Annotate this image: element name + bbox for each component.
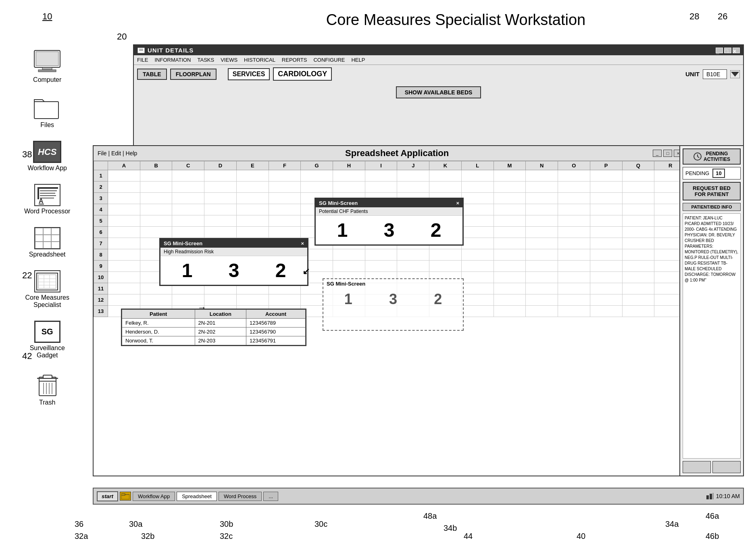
ss-maximize[interactable]: □ <box>663 150 672 157</box>
cell-5-14[interactable] <box>558 215 590 227</box>
cell-9-15[interactable] <box>590 261 622 272</box>
cell-5-15[interactable] <box>590 215 622 227</box>
cell-2-11[interactable] <box>461 182 494 193</box>
cell-4-14[interactable] <box>558 204 590 215</box>
cell-2-14[interactable] <box>558 182 590 193</box>
cell-10-16[interactable] <box>622 272 654 283</box>
cell-1-1[interactable] <box>140 170 172 182</box>
cell-3-3[interactable] <box>204 193 237 204</box>
cell-6-5[interactable] <box>269 227 301 238</box>
cell-4-2[interactable] <box>172 204 204 215</box>
cell-7-11[interactable] <box>461 238 494 249</box>
cell-2-13[interactable] <box>526 182 558 193</box>
menu-file[interactable]: FILE <box>137 57 148 63</box>
unit-dropdown-icon[interactable] <box>730 70 740 78</box>
cell-1-3[interactable] <box>204 170 237 182</box>
cell-5-5[interactable] <box>269 215 301 227</box>
cell-6-11[interactable] <box>461 227 494 238</box>
table-tab[interactable]: TABLE <box>137 69 167 80</box>
sidebar-item-word[interactable]: A Word Processor <box>24 184 70 215</box>
cell-3-11[interactable] <box>461 193 494 204</box>
cell-10-12[interactable] <box>494 272 526 283</box>
panel-scroll-down[interactable] <box>712 461 741 473</box>
cell-6-4[interactable] <box>236 227 269 238</box>
cell-2-16[interactable] <box>622 182 654 193</box>
cell-12-12[interactable] <box>494 294 526 306</box>
menu-configure[interactable]: CONFIGURE <box>313 57 345 63</box>
sidebar-item-workflow[interactable]: HCS Workflow App <box>27 141 67 172</box>
cell-13-13[interactable] <box>526 306 558 317</box>
cell-8-10[interactable] <box>429 249 462 261</box>
cell-8-12[interactable] <box>494 249 526 261</box>
unit-value[interactable]: B10E <box>703 69 727 79</box>
cell-13-11[interactable] <box>461 306 494 317</box>
word-taskbar-btn[interactable]: Word Process <box>219 492 262 501</box>
cell-6-3[interactable] <box>204 227 237 238</box>
cell-12-13[interactable] <box>526 294 558 306</box>
cell-2-3[interactable] <box>204 182 237 193</box>
sg-mini-1-close[interactable]: × <box>301 240 304 246</box>
cell-2-12[interactable] <box>494 182 526 193</box>
cell-9-0[interactable] <box>108 261 140 272</box>
cell-3-14[interactable] <box>558 193 590 204</box>
cell-13-14[interactable] <box>558 306 590 317</box>
cell-2-10[interactable] <box>429 182 462 193</box>
patient-row-1[interactable]: Felkey, R. 2N-201 123456789 <box>122 319 306 328</box>
cell-10-11[interactable] <box>461 272 494 283</box>
cell-7-12[interactable] <box>494 238 526 249</box>
cell-1-6[interactable] <box>301 170 333 182</box>
cell-5-3[interactable] <box>204 215 237 227</box>
cell-1-16[interactable] <box>622 170 654 182</box>
cell-2-4[interactable] <box>236 182 269 193</box>
cell-11-0[interactable] <box>108 283 140 294</box>
sidebar-item-trash[interactable]: Trash <box>33 371 61 406</box>
cell-10-15[interactable] <box>590 272 622 283</box>
cell-1-7[interactable] <box>333 170 365 182</box>
cell-7-0[interactable] <box>108 238 140 249</box>
cell-8-9[interactable] <box>397 249 429 261</box>
show-beds-button[interactable]: SHOW AVAILABLE BEDS <box>396 86 481 98</box>
cell-3-5[interactable] <box>269 193 301 204</box>
cell-10-0[interactable] <box>108 272 140 283</box>
cell-12-15[interactable] <box>590 294 622 306</box>
sidebar-item-spreadsheet[interactable]: Spreadsheet <box>29 227 66 258</box>
cell-1-8[interactable] <box>365 170 397 182</box>
cell-5-11[interactable] <box>461 215 494 227</box>
cell-2-1[interactable] <box>140 182 172 193</box>
cell-12-11[interactable] <box>461 294 494 306</box>
cell-1-15[interactable] <box>590 170 622 182</box>
cell-13-16[interactable] <box>622 306 654 317</box>
cell-4-15[interactable] <box>590 204 622 215</box>
cell-5-12[interactable] <box>494 215 526 227</box>
cell-12-3[interactable] <box>204 294 237 306</box>
cell-6-12[interactable] <box>494 227 526 238</box>
cell-8-14[interactable] <box>558 249 590 261</box>
cell-9-16[interactable] <box>622 261 654 272</box>
cell-10-14[interactable] <box>558 272 590 283</box>
sidebar-item-computer[interactable]: Computer <box>31 48 63 83</box>
cell-1-11[interactable] <box>461 170 494 182</box>
cell-12-14[interactable] <box>558 294 590 306</box>
cell-3-15[interactable] <box>590 193 622 204</box>
cell-2-7[interactable] <box>333 182 365 193</box>
cell-9-7[interactable] <box>333 261 365 272</box>
cell-5-0[interactable] <box>108 215 140 227</box>
cell-10-13[interactable] <box>526 272 558 283</box>
cell-4-0[interactable] <box>108 204 140 215</box>
cell-1-13[interactable] <box>526 170 558 182</box>
cell-12-16[interactable] <box>622 294 654 306</box>
sg-mini-2-close[interactable]: × <box>456 200 459 206</box>
panel-scroll-up[interactable] <box>683 461 711 473</box>
cell-1-2[interactable] <box>172 170 204 182</box>
sidebar-item-files[interactable]: Files <box>32 96 62 129</box>
cell-12-0[interactable] <box>108 294 140 306</box>
cell-7-13[interactable] <box>526 238 558 249</box>
cell-7-14[interactable] <box>558 238 590 249</box>
menu-information[interactable]: INFORMATION <box>154 57 191 63</box>
cell-2-0[interactable] <box>108 182 140 193</box>
cell-8-11[interactable] <box>461 249 494 261</box>
cell-2-2[interactable] <box>172 182 204 193</box>
cell-11-11[interactable] <box>461 283 494 294</box>
cell-6-14[interactable] <box>558 227 590 238</box>
cell-8-0[interactable] <box>108 249 140 261</box>
